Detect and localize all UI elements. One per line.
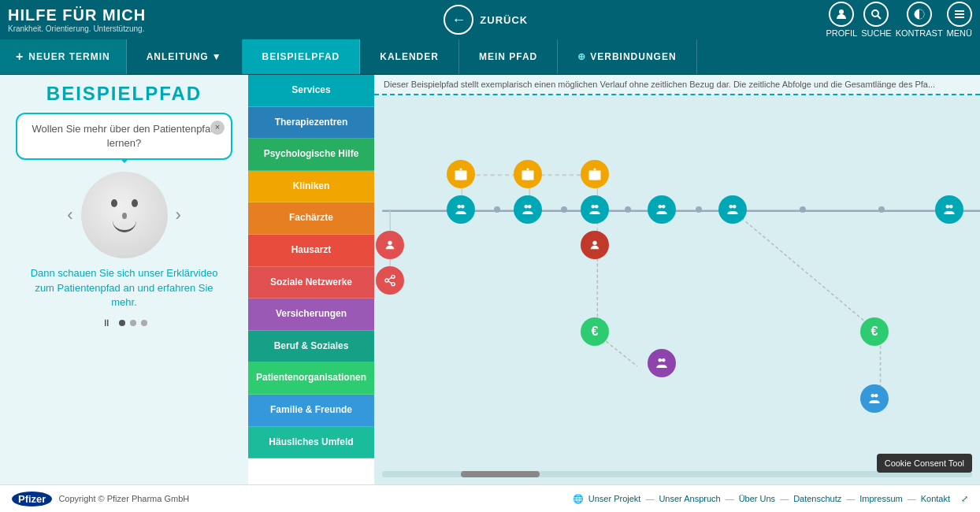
- connector-dot-6: [878, 206, 885, 213]
- category-item-1[interactable]: Therapiezentren: [248, 107, 374, 139]
- path-canvas: € €: [374, 95, 980, 481]
- next-slide-button[interactable]: ›: [176, 205, 181, 225]
- tab-new-appointment[interactable]: + NEUER TERMIN: [0, 39, 127, 74]
- node-hospital-3[interactable]: [581, 160, 609, 188]
- kontrast-icon: [907, 2, 932, 27]
- svg-line-2: [878, 16, 881, 19]
- kontrast-nav-item[interactable]: KONTRAST: [896, 2, 943, 38]
- footer-right: 🌐 Unser Projekt — Unser Anspruch — Über …: [573, 494, 968, 504]
- footer-link-3[interactable]: Über Uns: [739, 494, 775, 503]
- info-banner: Dieser Beispielpfad stellt exemplarisch …: [374, 75, 980, 95]
- svg-point-33: [949, 205, 953, 209]
- node-family[interactable]: [860, 384, 889, 413]
- node-euro-2[interactable]: €: [860, 317, 889, 346]
- svg-point-28: [659, 205, 663, 209]
- profil-label: PROFIL: [826, 28, 857, 38]
- close-bubble-button[interactable]: ×: [210, 121, 225, 135]
- node-hospital-2[interactable]: [514, 160, 542, 188]
- tab-mein-pfad[interactable]: MEIN PFAD: [459, 39, 558, 74]
- character-area: ‹ ›: [0, 172, 248, 258]
- video-text: Dann schauen Sie sich unser Erklärvideo …: [0, 262, 248, 314]
- path-svg: [374, 95, 980, 481]
- svg-point-0: [839, 9, 844, 14]
- node-group-3[interactable]: [581, 195, 609, 224]
- category-item-6[interactable]: Soziale Netzwerke: [248, 267, 374, 299]
- tab-beispielpfad[interactable]: BEISPIELPFAD: [243, 39, 361, 74]
- logo-title: HILFE FÜR MICH: [8, 6, 146, 24]
- category-item-2[interactable]: Psychologische Hilfe: [248, 139, 374, 171]
- menu-label: MENÜ: [947, 28, 972, 38]
- category-item-3[interactable]: Kliniken: [248, 171, 374, 203]
- scroll-thumb[interactable]: [461, 471, 540, 477]
- left-panel: BEISPIELPFAD × Wollen Sie mehr über den …: [0, 75, 248, 484]
- node-person-2[interactable]: [581, 231, 609, 259]
- node-org[interactable]: [648, 349, 676, 377]
- category-item-7[interactable]: Versicherungen: [248, 299, 374, 331]
- footer-link-6[interactable]: Kontakt: [921, 494, 950, 503]
- cookie-consent-tool[interactable]: Cookie Consent Tool: [877, 454, 972, 473]
- dot-2: [130, 320, 136, 326]
- face-nose: [122, 213, 127, 219]
- svg-point-22: [458, 205, 462, 209]
- speech-bubble-text: Wollen Sie mehr über den Patientenpfad l…: [32, 123, 217, 149]
- category-item-0[interactable]: Services: [248, 75, 374, 107]
- main-layout: BEISPIELPFAD × Wollen Sie mehr über den …: [0, 75, 980, 484]
- svg-point-43: [871, 394, 875, 398]
- svg-point-29: [662, 205, 666, 209]
- svg-line-17: [733, 211, 880, 335]
- suche-nav-item[interactable]: SUCHE: [861, 2, 892, 38]
- node-person-1[interactable]: [376, 231, 404, 259]
- svg-point-37: [385, 279, 388, 282]
- node-share[interactable]: [376, 266, 404, 295]
- tab-kalender[interactable]: KALENDER: [360, 39, 459, 74]
- node-group-5[interactable]: [718, 195, 747, 224]
- tab-anleitung-label: ANLEITUNG: [147, 51, 209, 62]
- svg-point-44: [874, 394, 878, 398]
- node-hospital-1[interactable]: [447, 160, 475, 188]
- category-item-4[interactable]: Fachärzte: [248, 202, 374, 235]
- category-item-11[interactable]: Häusliches Umfeld: [248, 427, 374, 459]
- dot-3: [141, 320, 147, 326]
- connector-dot-5: [800, 206, 806, 213]
- prev-slide-button[interactable]: ‹: [67, 205, 72, 225]
- connector-dot-1: [494, 206, 500, 213]
- speech-bubble: × Wollen Sie mehr über den Patientenpfad…: [16, 113, 232, 160]
- profil-nav-item[interactable]: PROFIL: [826, 2, 857, 38]
- category-item-10[interactable]: Familie & Freunde: [248, 395, 374, 427]
- category-item-9[interactable]: Patientenorganisationen: [248, 362, 374, 395]
- tab-anleitung[interactable]: ANLEITUNG ▼: [127, 39, 243, 74]
- share-icon[interactable]: ⤢: [961, 494, 968, 504]
- footer: Pfizer Copyright © Pfizer Pharma GmbH 🌐 …: [0, 484, 980, 512]
- svg-point-27: [595, 205, 599, 209]
- node-euro-1[interactable]: €: [581, 317, 609, 346]
- menu-icon: [947, 2, 972, 27]
- logo: HILFE FÜR MICH Krankheit. Orientierung. …: [8, 6, 146, 33]
- footer-link-2[interactable]: Unser Anspruch: [659, 494, 720, 503]
- category-item-5[interactable]: Hausarzt: [248, 235, 374, 267]
- pfizer-logo: Pfizer: [12, 492, 52, 506]
- category-item-8[interactable]: Beruf & Soziales: [248, 331, 374, 363]
- verbindungen-icon: ⊕: [577, 51, 586, 62]
- node-group-6[interactable]: [935, 195, 963, 224]
- node-group-2[interactable]: [514, 195, 542, 224]
- back-button[interactable]: ← ZURÜCK: [444, 5, 528, 35]
- footer-link-1[interactable]: Unser Projekt: [588, 494, 641, 503]
- svg-point-23: [461, 205, 465, 209]
- tab-mein-pfad-label: MEIN PFAD: [479, 51, 537, 62]
- tab-beispielpfad-label: BEISPIELPFAD: [262, 51, 340, 62]
- menu-nav-item[interactable]: MENÜ: [947, 2, 972, 38]
- connector-dot-2: [561, 206, 567, 213]
- face-smile: [113, 221, 136, 232]
- tab-verbindungen[interactable]: ⊕ VERBINDUNGEN: [558, 39, 696, 74]
- svg-point-38: [392, 283, 395, 286]
- header: HILFE FÜR MICH Krankheit. Orientierung. …: [0, 0, 980, 39]
- node-group-1[interactable]: [447, 195, 475, 224]
- svg-point-32: [946, 205, 950, 209]
- node-group-4[interactable]: [648, 195, 676, 224]
- nav-tabs: + NEUER TERMIN ANLEITUNG ▼ BEISPIELPFAD …: [0, 39, 980, 75]
- face-eyes: [81, 199, 168, 207]
- svg-line-40: [388, 281, 392, 284]
- footer-link-4[interactable]: Datenschutz: [793, 494, 841, 503]
- back-label: ZURÜCK: [480, 14, 528, 26]
- footer-link-5[interactable]: Impressum: [859, 494, 902, 503]
